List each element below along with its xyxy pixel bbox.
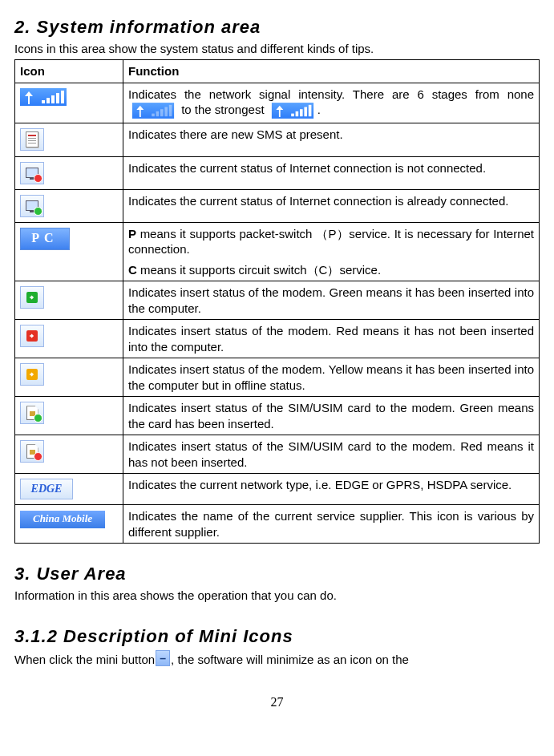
row-desc: Indicates insert status of the modem. Ye…: [123, 358, 540, 397]
table-row: EDGE Indicates the current network type,…: [15, 474, 540, 505]
signal-none-icon: [132, 103, 174, 119]
row-desc: Indicates insert status of the modem. Re…: [123, 320, 540, 358]
table-row: Indicates the current status of Internet…: [15, 156, 540, 189]
minimize-button-icon: –: [156, 650, 170, 666]
table-header-row: Icon Function: [15, 60, 540, 83]
table-row: China Mobile Indicates the name of the c…: [15, 505, 540, 544]
header-icon: Icon: [15, 60, 123, 83]
table-row: Indicates insert status of the SIM/USIM …: [15, 397, 540, 435]
modem-inserted-green-icon: [20, 286, 44, 309]
section2-title: 2. System information area: [14, 16, 540, 39]
service-supplier-icon: China Mobile: [20, 511, 105, 528]
row-desc: Indicates the network signal intensity. …: [123, 83, 540, 123]
table-row: Indicates insert status of the modem. Ye…: [15, 358, 540, 397]
signal-strength-icon: [20, 88, 67, 106]
row-desc: Indicates the current status of Internet…: [123, 156, 540, 189]
modem-offline-yellow-icon: [20, 363, 44, 386]
section3-title: 3. User Area: [14, 563, 540, 586]
signal-full-icon: [272, 103, 313, 119]
table-row: Indicates insert status of the modem. Re…: [15, 320, 540, 358]
pc-service-icon: PC: [20, 228, 70, 250]
new-sms-icon: [20, 128, 44, 151]
page-number: 27: [14, 694, 540, 711]
row-desc: Indicates insert status of the modem. Gr…: [123, 281, 540, 320]
row-desc: Indicates there are new SMS at present.: [123, 123, 540, 157]
header-function: Function: [123, 60, 540, 83]
table-row: Indicates there are new SMS at present.: [15, 123, 540, 157]
row-desc: Indicates insert status of the SIM/USIM …: [123, 397, 540, 435]
table-row: PC P means it supports packet-switch （P）…: [15, 222, 540, 281]
table-row: Indicates insert status of the SIM/USIM …: [15, 435, 540, 474]
sim-not-inserted-red-icon: [20, 440, 44, 463]
table-row: Indicates the network signal intensity. …: [15, 83, 540, 123]
internet-connected-icon: [20, 195, 44, 217]
row-desc: Indicates the current status of Internet…: [123, 189, 540, 222]
section3-intro: Information in this area shows the opera…: [14, 588, 540, 604]
network-type-icon: EDGE: [20, 479, 73, 499]
icon-function-table: Icon Function Indicates the network sign…: [14, 59, 540, 544]
section312-text: When click the mini button–, the softwar…: [14, 650, 540, 668]
table-row: Indicates the current status of Internet…: [15, 189, 540, 222]
row-desc: Indicates insert status of the SIM/USIM …: [123, 435, 540, 474]
section312-title: 3.1.2 Description of Mini Icons: [14, 625, 540, 649]
row-desc: Indicates the name of the current servic…: [123, 505, 540, 544]
internet-disconnected-icon: [20, 162, 44, 184]
row-desc: P means it supports packet-switch （P）ser…: [123, 222, 540, 281]
row-desc: Indicates the current network type, i.e.…: [123, 474, 540, 505]
table-row: Indicates insert status of the modem. Gr…: [15, 281, 540, 320]
section2-intro: Icons in this area show the system statu…: [14, 41, 540, 57]
modem-not-inserted-red-icon: [20, 325, 44, 347]
sim-inserted-green-icon: [20, 402, 44, 424]
